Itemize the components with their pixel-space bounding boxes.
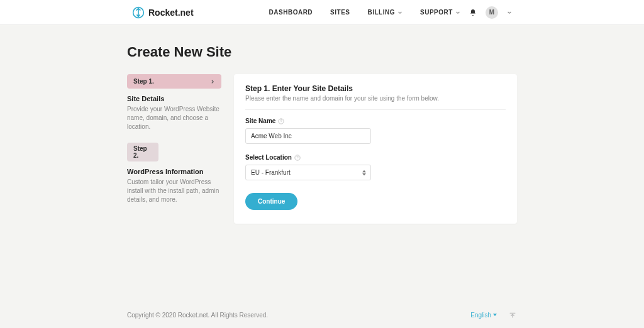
user-avatar[interactable]: M [486,6,498,19]
rocket-logo-icon [132,6,145,19]
nav-billing[interactable]: BILLING [367,9,402,16]
step-pill-1[interactable]: Step 1. [127,74,221,89]
brand-logo[interactable]: Rocket.net [132,6,194,19]
nav-sites[interactable]: SITES [330,9,350,16]
nav-sites-label: SITES [330,9,350,16]
chevron-down-icon [455,10,460,15]
page-container: Create New Site Step 1. Site Details Pro… [127,25,517,261]
topbar: Rocket.net DASHBOARD SITES BILLING SUPPO… [0,0,644,25]
nav-dashboard[interactable]: DASHBOARD [269,9,313,16]
step-2-desc: Custom tailor your WordPress install wit… [127,178,221,204]
steps-sidebar: Step 1. Site Details Provide your WordPr… [127,74,221,216]
site-name-label: Site Name [245,118,506,124]
nav-billing-label: BILLING [367,9,395,16]
site-name-input[interactable] [245,128,371,144]
help-icon[interactable] [294,155,301,161]
chevron-down-icon [397,10,402,15]
step-pill-2[interactable]: Step 2. [127,143,158,161]
topbar-right: M [469,6,512,19]
location-select-wrap: EU - Frankfurt [245,165,371,180]
help-icon[interactable] [278,118,284,124]
step-1-title: Site Details [127,95,221,102]
nav-support-label: SUPPORT [420,9,453,16]
step-2-title: WordPress Information [127,168,221,175]
form-card: Step 1. Enter Your Site Details Please e… [234,74,517,224]
step-1-desc: Provide your WordPress Website name, dom… [127,105,221,131]
chevron-down-icon[interactable] [507,10,512,15]
step-pill-1-label: Step 1. [133,78,154,85]
brand-name: Rocket.net [148,8,194,18]
chevron-right-icon [210,79,215,84]
location-select[interactable]: EU - Frankfurt [245,165,371,180]
page-title: Create New Site [127,44,517,60]
location-label-text: Select Location [245,154,292,161]
card-subtitle: Please enter the name and domain for you… [245,95,506,110]
location-label: Select Location [245,154,506,161]
card-title: Step 1. Enter Your Site Details [245,84,506,93]
nav-support[interactable]: SUPPORT [420,9,460,16]
continue-button[interactable]: Continue [245,193,297,210]
step-pill-2-label: Step 2. [133,145,152,159]
page-layout: Step 1. Site Details Provide your WordPr… [127,74,517,224]
avatar-initial: M [489,9,494,16]
notifications-icon[interactable] [469,9,477,16]
main-nav: DASHBOARD SITES BILLING SUPPORT [269,9,460,16]
topbar-inner: Rocket.net DASHBOARD SITES BILLING SUPPO… [0,6,644,19]
site-name-label-text: Site Name [245,118,275,124]
nav-dashboard-label: DASHBOARD [269,9,313,16]
